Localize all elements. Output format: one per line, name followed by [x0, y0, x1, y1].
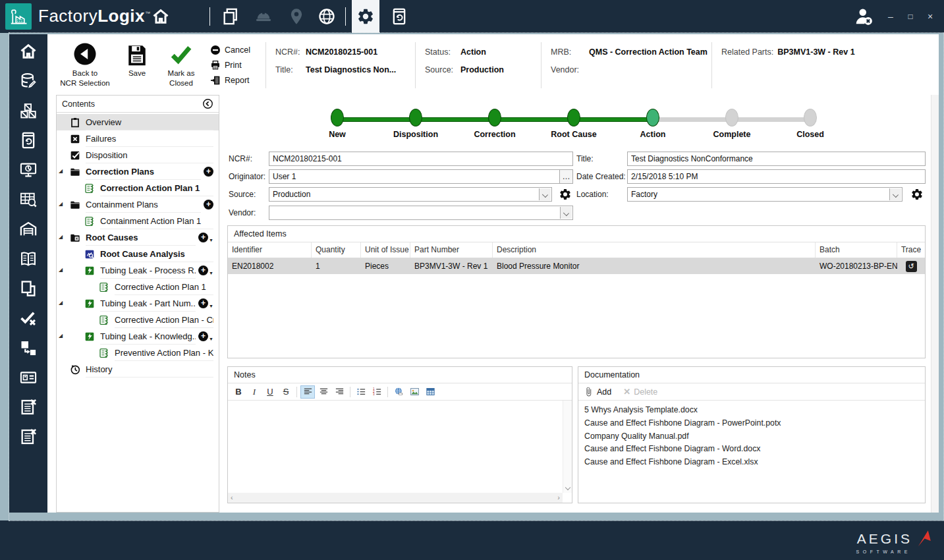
expander-icon[interactable]: ◢ — [59, 235, 63, 240]
file-item[interactable]: Company Quality Manual.pdf — [584, 430, 919, 443]
expander-icon[interactable]: ◢ — [59, 300, 63, 306]
warehouse-icon[interactable] — [19, 220, 38, 238]
hyperlink-button[interactable] — [391, 385, 406, 399]
cancel-button[interactable]: Cancel — [210, 45, 265, 55]
underline-button[interactable]: U — [263, 385, 277, 399]
add-containment-plan-button[interactable]: + — [204, 200, 213, 210]
bold-button[interactable]: B — [231, 385, 246, 399]
tree-item-disposition[interactable]: Disposition — [57, 147, 219, 163]
location-pin-icon[interactable] — [287, 7, 306, 26]
expander-icon[interactable]: ◢ — [59, 267, 63, 273]
vertical-scrollbar[interactable] — [563, 401, 572, 493]
add-plan-button[interactable]: + — [198, 266, 208, 275]
add-correction-plan-button[interactable]: + — [204, 167, 213, 177]
tree-item-corrective-action-plan-1[interactable]: Corrective Action Plan 1 — [57, 279, 219, 295]
print-button[interactable]: Print — [210, 60, 265, 70]
chevron-down-icon[interactable] — [560, 207, 572, 219]
add-plan-button[interactable]: + — [198, 298, 208, 308]
tree-item-overview[interactable]: Overview — [57, 114, 219, 130]
column-trace[interactable]: Trace — [897, 242, 925, 258]
source-dropdown[interactable]: Production — [269, 187, 552, 202]
back-to-ncr-selection-button[interactable]: Back toNCR Selection — [56, 38, 114, 95]
minimize-button[interactable]: – — [883, 9, 899, 24]
add-document-button[interactable]: Add — [584, 387, 611, 397]
bullet-list-button[interactable] — [354, 385, 368, 399]
originator-browse-button[interactable]: … — [560, 169, 573, 184]
location-dropdown[interactable]: Factory — [627, 187, 902, 202]
add-menu-caret-icon[interactable]: ▼ — [209, 304, 213, 308]
hardhat-icon[interactable] — [254, 7, 273, 26]
add-menu-caret-icon[interactable]: ▼ — [209, 238, 213, 242]
add-menu-caret-icon[interactable]: ▼ — [209, 271, 213, 275]
globe-icon[interactable] — [318, 7, 336, 26]
align-center-button[interactable] — [316, 385, 331, 399]
ncr-input[interactable] — [269, 152, 573, 166]
checklist-remove-icon[interactable] — [19, 398, 38, 416]
horizontal-scrollbar[interactable]: ‹› — [228, 493, 563, 503]
tree-item-preventive-action-plan-k[interactable]: Preventive Action Plan - K... — [57, 345, 219, 361]
source-gear-icon[interactable] — [559, 188, 572, 201]
tree-item-correction-plans[interactable]: ◢Correction Plans+ — [57, 163, 219, 180]
add-root-cause-button[interactable]: + — [198, 233, 208, 242]
chevron-down-icon[interactable] — [889, 188, 901, 200]
tree-item-containment-action-plan-1[interactable]: Containment Action Plan 1 — [57, 213, 219, 229]
file-item[interactable]: 5 Whys Analysis Template.docx — [584, 404, 919, 417]
column-batch[interactable]: Batch — [816, 242, 897, 258]
save-button[interactable]: Save — [114, 38, 160, 95]
tree-item-containment-plans[interactable]: ◢Containment Plans+ — [57, 196, 219, 213]
gear-icon[interactable] — [352, 0, 379, 33]
tree-item-root-cause-analysis[interactable]: Root Cause Analysis — [57, 246, 219, 262]
materials-crates-icon[interactable] — [19, 101, 38, 120]
title-input[interactable] — [627, 152, 926, 166]
checklist-remove-icon-2[interactable] — [19, 428, 38, 446]
align-left-button[interactable] — [300, 385, 315, 399]
tree-item-root-causes[interactable]: ◢Root Causes+▼ — [57, 229, 219, 246]
tree-item-tubing-leak-part-num[interactable]: ◢Tubing Leak - Part Num...+▼ — [57, 295, 219, 312]
ncr-return-icon[interactable] — [19, 131, 38, 150]
add-menu-caret-icon[interactable]: ▼ — [209, 337, 213, 341]
user-signout-icon[interactable] — [854, 7, 874, 26]
date-created-input[interactable] — [627, 169, 926, 184]
notes-editor[interactable]: ‹› — [228, 401, 572, 503]
table-search-icon[interactable] — [19, 190, 38, 209]
home-icon[interactable] — [19, 42, 38, 61]
location-gear-icon[interactable] — [910, 188, 924, 201]
column-description[interactable]: Description — [493, 242, 816, 258]
strikethrough-button[interactable]: S — [279, 385, 293, 399]
id-card-icon[interactable] — [19, 368, 38, 387]
ncr-return-icon[interactable] — [390, 7, 408, 26]
originator-input[interactable] — [269, 169, 560, 184]
italic-button[interactable]: I — [247, 385, 262, 399]
file-item[interactable]: Cause and Effect Fishbone Diagram - Powe… — [584, 417, 919, 430]
collapse-panel-icon[interactable] — [202, 98, 213, 109]
chevron-down-icon[interactable] — [539, 188, 551, 200]
library-book-icon[interactable] — [19, 250, 38, 268]
file-item[interactable]: Cause and Effect Fishbone Diagram - Exce… — [584, 456, 919, 469]
add-plan-button[interactable]: + — [198, 331, 208, 341]
tree-item-tubing-leak-process[interactable]: ◢Tubing Leak - Process R...+▼ — [57, 262, 219, 279]
column-identifier[interactable]: Identifier — [228, 242, 312, 258]
tree-item-tubing-leak-knowledge[interactable]: ◢Tubing Leak - Knowledg...+▼ — [57, 328, 219, 345]
expander-icon[interactable]: ◢ — [59, 169, 63, 174]
transfer-icon[interactable] — [19, 339, 38, 357]
close-button[interactable]: × — [922, 9, 938, 24]
tree-item-correction-action-plan-1[interactable]: Correction Action Plan 1 — [57, 180, 219, 196]
tree-item-corrective-action-plan-cr[interactable]: Corrective Action Plan - Cr... — [57, 312, 219, 328]
delete-document-button[interactable]: ✕Delete — [623, 387, 657, 397]
trace-icon[interactable]: ↺ — [906, 261, 917, 272]
numbered-list-button[interactable] — [370, 385, 384, 399]
affected-item-row[interactable]: EN2018002 1 Pieces BP3MV1-3W - Rev 1 Blo… — [228, 258, 925, 274]
main-vertical-scrollbar[interactable] — [931, 95, 939, 513]
tree-item-failures[interactable]: Failures — [57, 130, 219, 147]
insert-table-button[interactable] — [423, 385, 437, 399]
insert-image-button[interactable] — [407, 385, 422, 399]
mark-as-closed-button[interactable]: Mark asClosed — [160, 38, 202, 95]
vendor-dropdown[interactable] — [269, 206, 573, 220]
maximize-button[interactable]: □ — [902, 9, 918, 24]
file-item[interactable]: Cause and Effect Fishbone Diagram - Word… — [584, 443, 919, 456]
dashboard-monitor-icon[interactable] — [19, 161, 38, 179]
home-icon[interactable] — [152, 7, 170, 26]
column-quantity[interactable]: Quantity — [312, 242, 361, 258]
expander-icon[interactable]: ◢ — [59, 202, 63, 207]
column-part-number[interactable]: Part Number — [410, 242, 493, 258]
